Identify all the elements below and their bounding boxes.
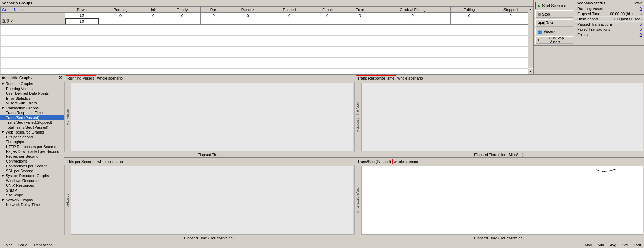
init-1: 0 <box>143 13 164 18</box>
graph-trans-response: Trans Response Time whole scenario Respo… <box>354 74 644 158</box>
tree-item-network-delay[interactable]: Network Delay Time <box>0 202 64 207</box>
play-icon: ▶ <box>538 4 541 8</box>
col-group-name: Group Name <box>1 7 65 13</box>
errors-label: Errors <box>577 33 588 37</box>
elapsed-time-label: Elapsed Time <box>577 12 600 16</box>
passed-trans-value[interactable]: 0 <box>640 22 642 26</box>
tree-item-throughput[interactable]: Throughput <box>0 139 64 144</box>
trans-response-x-label: Elapsed Time (Hour:Min:Sec) <box>354 152 644 157</box>
stopped-1: 0 <box>488 13 533 18</box>
col-exiting: Exiting <box>450 7 488 13</box>
run-stop-icon: ⏯ <box>538 38 541 42</box>
tree-item-snmp[interactable]: SNMP <box>0 188 64 193</box>
table-row-empty <box>1 47 533 52</box>
vusers-button[interactable]: 👥 Vusers... <box>535 28 573 35</box>
tree-item-vusers-errors[interactable]: Vusers with Errors <box>0 101 64 105</box>
expand-icon-3: ▼ <box>1 130 5 134</box>
tree-item-windows-res[interactable]: Windows Resources <box>0 178 64 183</box>
running-vusers-graph-title: Running Vusers <box>66 75 96 81</box>
col-pending: Pending <box>98 7 143 13</box>
scenario-status-down-label: Down <box>633 1 642 5</box>
exiting-1: 0 <box>450 13 488 18</box>
run-2 <box>201 18 227 25</box>
tree-group-system[interactable]: ▼ System Resource Graphs <box>0 173 64 178</box>
table-row-empty <box>1 41 533 47</box>
bottom-max: Max <box>582 241 595 248</box>
pending-2 <box>98 18 143 25</box>
passed-trans-row: Passed Transactions 0 <box>575 22 644 27</box>
expand-icon-5: ▼ <box>1 198 5 202</box>
bottom-std: Std <box>619 241 631 248</box>
tree-item-error-statistics[interactable]: Error Statistics <box>0 96 64 101</box>
tree-item-http-responses[interactable]: HTTP Responses per Second <box>0 144 64 149</box>
tree-item-sitescope[interactable]: SiteScope <box>0 193 64 198</box>
tree-group-web[interactable]: ▼ Web Resource Graphs <box>0 130 64 135</box>
group-name-2: 登录:2 <box>1 18 65 25</box>
exiting-2 <box>450 18 488 25</box>
bottom-last: Last <box>631 241 644 248</box>
scenario-groups-table: Group Name Down Pending Init Ready Run R… <box>0 6 533 74</box>
tree-item-trans-response[interactable]: Trans Response Time <box>0 110 64 115</box>
col-error: Error <box>345 7 375 13</box>
graph-running-vusers: Running Vusers whole scenario # of Vuser… <box>64 74 354 158</box>
col-init: Init <box>143 7 164 13</box>
trans-response-plot <box>361 83 643 151</box>
gradual-2 <box>375 18 451 25</box>
close-icon[interactable]: ✕ <box>59 75 62 80</box>
pending-1: 0 <box>98 13 143 18</box>
tree-group-transaction[interactable]: ▼ Transaction Graphs <box>0 105 64 110</box>
running-vusers-plot <box>71 83 353 151</box>
col-down: Down <box>65 7 98 13</box>
trans-response-subtitle: whole scenario <box>397 76 423 80</box>
scroll-up-btn[interactable]: ▲ <box>528 7 534 12</box>
tree-item-connections-sec[interactable]: Connections per Second <box>0 164 64 168</box>
errors-value[interactable]: 0 <box>640 33 642 37</box>
trans-sec-passed-graph-title: Trans/Sec (Passed) <box>356 159 393 164</box>
run-stop-vusers-button[interactable]: ⏯ Run/Stop Vusers... <box>535 36 573 44</box>
table-row-empty <box>1 69 533 74</box>
tree-item-trans-sec-failed[interactable]: Trans/Sec (Failed,Stopped) <box>0 120 64 125</box>
elapsed-time-value: 00:00:00 (hh:mm:s <box>610 12 642 16</box>
trans-response-graph-title: Trans Response Time <box>356 75 396 81</box>
scenario-groups-title: Scenario Groups <box>0 0 533 6</box>
tree-item-unix-res[interactable]: UNIX Resources <box>0 183 64 188</box>
start-scenario-button[interactable]: ▶ Start Scenario <box>535 2 573 9</box>
hits-per-second-subtitle: whole scenario <box>97 159 123 164</box>
hits-per-second-value: 0.00 (last 60 sec) <box>613 17 642 21</box>
scroll-down-btn[interactable]: ▼ <box>528 68 534 74</box>
tree-item-hits-per-second[interactable]: Hits per Second <box>0 135 64 139</box>
tree-group-runtime[interactable]: ▼ Runtime Graphs <box>0 81 64 86</box>
tree-item-running-vusers[interactable]: Running Vusers <box>0 86 64 91</box>
reset-button[interactable]: ◀◀ Reset <box>535 19 573 27</box>
down-2-editable[interactable]: 10 <box>65 18 98 25</box>
tree-group-network[interactable]: ▼ Network Graphs <box>0 198 64 202</box>
stop-icon <box>538 13 541 16</box>
tree-item-retries[interactable]: Retries per Second <box>0 154 64 159</box>
bottom-min: Min <box>595 241 607 248</box>
ready-1: 0 <box>164 13 201 18</box>
trans-sec-passed-subtitle: whole scenario <box>394 159 419 164</box>
hits-per-second-plot <box>71 166 353 235</box>
tree-item-connections[interactable]: Connections <box>0 159 64 164</box>
running-vusers-x-label: Elapsed Time <box>64 152 354 157</box>
errors-row: Errors 0 <box>575 32 644 37</box>
failed-trans-value[interactable]: 0 <box>640 27 642 31</box>
trans-sec-passed-x-label: Elapsed Time (Hour:Min:Sec) <box>354 235 644 241</box>
tree-item-trans-sec-passed[interactable]: Trans/Sec (Passed) <box>0 115 64 120</box>
tree-item-total-trans[interactable]: Total Trans/Sec (Passed) <box>0 125 64 130</box>
bottom-transaction: Transaction <box>30 241 56 248</box>
tree-item-user-defined[interactable]: User Defined Data Points <box>0 91 64 96</box>
group-name-1: 1 <box>1 13 65 18</box>
tree-item-ssl[interactable]: SSL per Second <box>0 168 64 173</box>
hits-per-second-row: Hits/Second 0.00 (last 60 sec) <box>575 17 644 22</box>
error-1: 0 <box>345 13 375 18</box>
table-row: 登录:2 10 <box>1 18 533 25</box>
running-vusers-value[interactable]: 0 <box>640 7 642 11</box>
tree-item-pages-downloaded[interactable]: Pages Downloaded per Second <box>0 149 64 154</box>
gradual-1: 0 <box>375 13 451 18</box>
graph-hits-per-second: Hits per Second whole scenario #Hits/sec… <box>64 158 354 241</box>
col-rendez: Rendez <box>227 7 269 13</box>
trans-response-y-label: Response Time (sec) <box>354 82 361 152</box>
expand-icon-2: ▼ <box>1 106 5 110</box>
stop-button[interactable]: Stop <box>535 10 573 18</box>
